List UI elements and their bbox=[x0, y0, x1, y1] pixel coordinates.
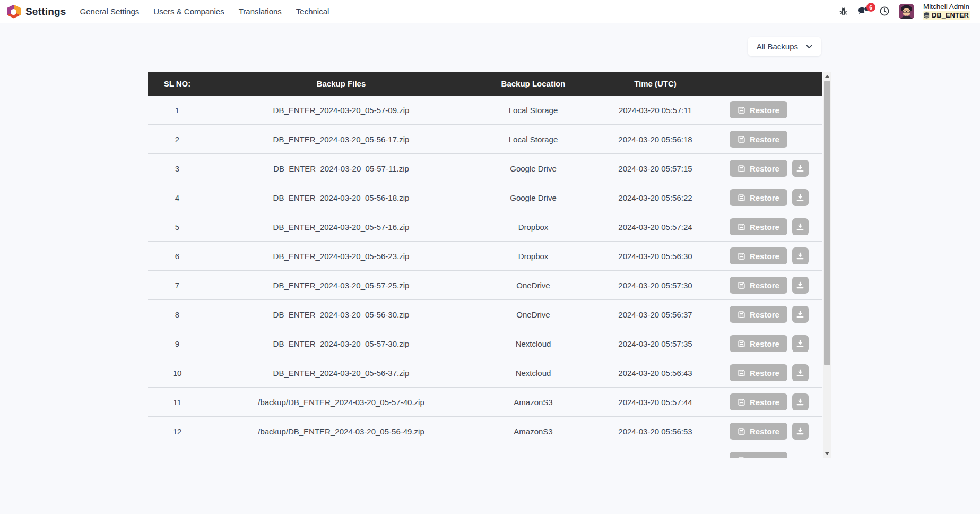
download-button[interactable] bbox=[792, 218, 809, 235]
table-row: 6 DB_ENTER_2024-03-20_05-56-23.zip Dropb… bbox=[148, 242, 822, 271]
cell-sl-no: 5 bbox=[148, 222, 206, 232]
table-scrollbar[interactable] bbox=[823, 72, 831, 458]
cell-backup-file: /backup/DB_ENTER_2024-03-20_05-56-49.zip bbox=[206, 427, 476, 436]
user-name: Mitchell Admin bbox=[923, 3, 970, 11]
cell-time-utc: 2024-03-20 05:57:44 bbox=[591, 398, 720, 407]
cell-time-utc: 2024-03-20 05:56:18 bbox=[591, 135, 720, 144]
download-button[interactable] bbox=[792, 364, 809, 381]
save-floppy-icon bbox=[738, 369, 745, 377]
menu-item-general-settings[interactable]: General Settings bbox=[80, 7, 140, 16]
debug-bug-icon[interactable] bbox=[838, 6, 848, 16]
download-icon bbox=[796, 281, 804, 289]
restore-button[interactable]: Restore bbox=[730, 423, 787, 440]
save-floppy-icon bbox=[738, 427, 745, 435]
cell-backup-file: DB_ENTER_2024-03-20_05-56-30.zip bbox=[206, 310, 476, 319]
table-row: 8 DB_ENTER_2024-03-20_05-56-30.zip OneDr… bbox=[148, 300, 822, 329]
scrollbar-up-arrow[interactable] bbox=[823, 72, 831, 80]
user-menu[interactable]: Mitchell Admin DB_ENTER bbox=[923, 3, 970, 20]
download-button[interactable] bbox=[792, 160, 809, 177]
download-button[interactable] bbox=[792, 277, 809, 294]
download-icon bbox=[796, 369, 804, 377]
table-row: 11 /backup/DB_ENTER_2024-03-20_05-57-40.… bbox=[148, 388, 822, 417]
restore-button[interactable]: Restore bbox=[730, 393, 787, 410]
save-floppy-icon bbox=[738, 398, 745, 406]
restore-button[interactable]: Restore bbox=[730, 335, 787, 352]
download-button[interactable] bbox=[792, 189, 809, 206]
cell-sl-no: 3 bbox=[148, 164, 206, 173]
save-floppy-icon bbox=[738, 165, 745, 173]
odoo-app-logo-icon bbox=[7, 5, 21, 19]
cell-backup-location: OneDrive bbox=[476, 310, 591, 319]
cell-sl-no: 1 bbox=[148, 106, 206, 115]
download-button[interactable] bbox=[792, 335, 809, 352]
restore-button[interactable]: Restore bbox=[730, 306, 787, 323]
cell-time-utc: 2024-03-20 05:56:53 bbox=[591, 427, 720, 436]
restore-button[interactable]: Restore bbox=[730, 160, 787, 177]
message-count-badge: 6 bbox=[866, 3, 875, 12]
messages-chat-icon[interactable]: 6 bbox=[857, 6, 870, 16]
activities-clock-icon[interactable] bbox=[879, 6, 890, 16]
download-icon bbox=[796, 427, 804, 435]
restore-button-label: Restore bbox=[750, 427, 779, 436]
cell-time-utc: 2024-03-20 05:56:30 bbox=[591, 252, 720, 261]
restore-button-label: Restore bbox=[750, 339, 779, 348]
screen: Settings General Settings Users & Compan… bbox=[0, 0, 980, 514]
table-row: 12 /backup/DB_ENTER_2024-03-20_05-56-49.… bbox=[148, 417, 822, 446]
chevron-down-icon bbox=[806, 45, 812, 49]
cell-sl-no: 11 bbox=[148, 398, 206, 407]
app-brand[interactable]: Settings bbox=[0, 5, 66, 19]
restore-button-label: Restore bbox=[750, 222, 779, 232]
database-icon bbox=[924, 12, 930, 19]
restore-button[interactable]: Restore bbox=[730, 277, 787, 294]
menu-item-technical[interactable]: Technical bbox=[296, 7, 329, 16]
table-row: 10 DB_ENTER_2024-03-20_05-56-37.zip Next… bbox=[148, 358, 822, 388]
restore-button-label: Restore bbox=[750, 456, 779, 458]
cell-actions: Restore bbox=[720, 423, 822, 440]
header-backup-files: Backup Files bbox=[206, 79, 476, 88]
download-button[interactable] bbox=[792, 393, 809, 410]
download-button[interactable] bbox=[792, 306, 809, 323]
cell-backup-location: Nextcloud bbox=[476, 369, 591, 378]
download-icon bbox=[796, 164, 804, 173]
restore-button[interactable]: Restore bbox=[730, 247, 787, 264]
cell-sl-no: 6 bbox=[148, 252, 206, 261]
table-row: 4 DB_ENTER_2024-03-20_05-56-18.zip Googl… bbox=[148, 183, 822, 212]
cell-actions: Restore bbox=[720, 189, 822, 206]
scrollbar-down-arrow[interactable] bbox=[823, 449, 831, 458]
cell-actions: Restore bbox=[720, 277, 822, 294]
top-navbar: Settings General Settings Users & Compan… bbox=[0, 0, 980, 23]
table-body: 1 DB_ENTER_2024-03-20_05-57-09.zip Local… bbox=[148, 96, 822, 458]
restore-button[interactable]: Restore bbox=[730, 218, 787, 235]
user-avatar[interactable] bbox=[899, 4, 914, 19]
restore-button[interactable]: Restore bbox=[730, 452, 787, 458]
cell-backup-location: Dropbox bbox=[476, 252, 591, 261]
cell-backup-location: Dropbox bbox=[476, 222, 591, 232]
cell-time-utc: 2024-03-20 05:57:35 bbox=[591, 339, 720, 348]
save-floppy-icon bbox=[738, 106, 745, 114]
restore-button-label: Restore bbox=[750, 369, 779, 378]
cell-backup-location: Local Storage bbox=[476, 135, 591, 144]
cell-sl-no: 8 bbox=[148, 310, 206, 319]
download-button[interactable] bbox=[792, 423, 809, 440]
restore-button[interactable]: Restore bbox=[730, 189, 787, 206]
download-icon bbox=[796, 222, 804, 231]
cell-actions: Restore bbox=[720, 306, 822, 323]
backup-filter-dropdown[interactable]: All Backups bbox=[748, 37, 821, 56]
menu-item-translations[interactable]: Translations bbox=[239, 7, 282, 16]
restore-button[interactable]: Restore bbox=[730, 131, 787, 148]
cell-backup-location: Google Drive bbox=[476, 193, 591, 202]
save-floppy-icon bbox=[738, 311, 745, 319]
download-button[interactable] bbox=[792, 247, 809, 264]
restore-button[interactable]: Restore bbox=[730, 364, 787, 381]
cell-time-utc: 2024-03-20 05:56:37 bbox=[591, 310, 720, 319]
download-icon bbox=[796, 310, 804, 319]
save-floppy-icon bbox=[738, 135, 745, 143]
restore-button[interactable]: Restore bbox=[730, 101, 787, 118]
menu-item-users-companies[interactable]: Users & Companies bbox=[153, 7, 224, 16]
restore-button-label: Restore bbox=[750, 310, 779, 319]
cell-backup-location: Nextcloud bbox=[476, 339, 591, 348]
restore-button-label: Restore bbox=[750, 106, 779, 115]
scrollbar-thumb[interactable] bbox=[824, 81, 830, 365]
table-row: 9 DB_ENTER_2024-03-20_05-57-30.zip Nextc… bbox=[148, 329, 822, 358]
cell-backup-file: DB_ENTER_2024-03-20_05-56-23.zip bbox=[206, 252, 476, 261]
